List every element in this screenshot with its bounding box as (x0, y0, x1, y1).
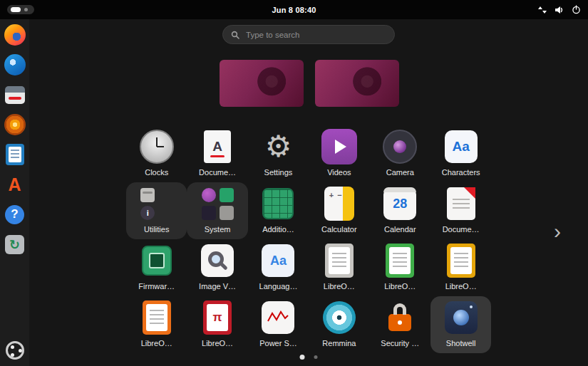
folder-label: Utilities (144, 225, 169, 234)
calendar-icon: 28 (383, 187, 416, 220)
document-editor-icon: A (204, 130, 231, 163)
app-label: Settings (264, 168, 293, 177)
app-label: Characters (442, 168, 480, 177)
videos-play-icon (321, 129, 357, 164)
image-viewer-icon (201, 244, 234, 277)
app-calendar[interactable]: 28 Calendar (370, 182, 430, 239)
libreoffice-start-icon (325, 244, 354, 278)
app-label: LibreO… (141, 339, 172, 347)
app-label: Calendar (384, 225, 416, 234)
utilities-folder-icon: i (140, 188, 172, 220)
app-label: LibreO… (445, 282, 477, 291)
app-libreoffice-start[interactable]: LibreO… (309, 239, 369, 296)
page-dot[interactable] (314, 355, 318, 359)
app-grid: Clocks A Docume… ⚙ Settings Videos Camer… (126, 125, 491, 353)
inactive-workspace-dot (24, 8, 28, 11)
app-camera[interactable]: Camera (370, 125, 430, 182)
app-document-editor[interactable]: A Docume… (187, 125, 247, 182)
magnifier-icon (208, 251, 224, 267)
app-label: Docume… (199, 168, 236, 177)
workspace-thumbnail-1[interactable] (220, 60, 304, 107)
app-label: Remmina (322, 339, 356, 347)
app-remmina[interactable]: Remmina (309, 296, 369, 353)
dock-item-help[interactable]: ? (4, 203, 26, 226)
monitor-mini-icon (220, 188, 234, 202)
active-workspace-pill (11, 7, 21, 12)
app-label: Firmwar… (138, 282, 175, 291)
app-videos[interactable]: Videos (309, 125, 369, 182)
folder-system[interactable]: System (187, 182, 247, 239)
calculator-icon: + − (324, 187, 354, 221)
app-label: Power S… (259, 339, 297, 347)
system-status-area[interactable] (538, 0, 581, 19)
firefox-icon (4, 24, 26, 46)
app-libreoffice-draw[interactable]: LibreO… (430, 239, 491, 296)
libreoffice-calc-icon (386, 244, 414, 278)
app-language-support[interactable]: Aa Languag… (248, 239, 309, 296)
search-icon (231, 31, 239, 39)
power-icon (572, 5, 581, 14)
wave-graph-icon (267, 310, 289, 325)
app-libreoffice-impress[interactable]: LibreO… (126, 296, 187, 353)
security-lock-icon (388, 314, 411, 331)
utility-mini-icon (220, 206, 234, 220)
page-indicator (300, 355, 318, 360)
thunderbird-icon (4, 54, 26, 75)
folder-label: System (205, 225, 231, 234)
help-icon: ? (5, 205, 24, 224)
files-icon (5, 86, 25, 104)
clock[interactable]: Jun 8 08:40 (272, 6, 316, 14)
dock-item-libreoffice-writer[interactable] (4, 143, 26, 166)
app-security[interactable]: Security … (370, 296, 430, 353)
app-document-scanner[interactable]: Docume… (430, 182, 491, 239)
dock-item-rhythmbox[interactable] (4, 113, 26, 136)
app-libreoffice-math[interactable]: π LibreO… (187, 296, 247, 353)
app-label: Camera (386, 168, 414, 177)
firmware-icon (142, 246, 172, 276)
app-clocks[interactable]: Clocks (126, 125, 187, 182)
dock-item-thunderbird[interactable] (4, 53, 26, 76)
volume-icon (555, 6, 564, 14)
tweaks-mini-icon (202, 188, 216, 202)
app-label: Shotwell (446, 339, 476, 347)
app-label: Image V… (199, 282, 236, 291)
page-dot-active[interactable] (300, 355, 305, 360)
shotwell-icon (445, 301, 478, 334)
libreoffice-draw-icon (447, 244, 475, 278)
app-power-statistics[interactable]: Power S… (248, 296, 309, 353)
dock-item-software-updater[interactable]: ↻ (4, 233, 26, 256)
app-label: Calculator (321, 225, 357, 234)
characters-icon: Aa (445, 130, 478, 163)
app-firmware[interactable]: Firmwar… (126, 239, 187, 296)
app-label: LibreO… (202, 339, 233, 347)
workspace-thumbnail-2[interactable] (315, 60, 399, 107)
app-additional-drivers[interactable]: Additio… (248, 182, 309, 239)
network-icon (538, 6, 547, 14)
app-characters[interactable]: Aa Characters (430, 125, 491, 182)
app-calculator[interactable]: + − Calculator (309, 182, 369, 239)
power-statistics-icon (262, 301, 294, 334)
dock-item-firefox[interactable] (4, 23, 26, 46)
workspace-indicator[interactable] (7, 5, 34, 14)
app-shotwell[interactable]: Shotwell (430, 296, 491, 353)
dock-item-files[interactable] (4, 83, 26, 106)
app-image-viewer[interactable]: Image V… (187, 239, 247, 296)
ubuntu-logo-icon (6, 341, 24, 360)
remmina-icon (323, 301, 356, 334)
app-libreoffice-calc[interactable]: LibreO… (370, 239, 430, 296)
app-settings[interactable]: ⚙ Settings (248, 125, 309, 182)
app-label: Additio… (262, 225, 294, 234)
app-label: Clocks (145, 168, 168, 177)
libreoffice-impress-icon (143, 300, 171, 335)
show-apps-button[interactable] (4, 339, 26, 362)
calendar-day: 28 (393, 197, 407, 211)
next-page-chevron[interactable]: › (554, 221, 561, 242)
language-support-icon: Aa (262, 244, 294, 277)
app-center-icon: A (8, 176, 21, 194)
search-bar[interactable] (222, 25, 395, 44)
app-label: Videos (327, 168, 351, 177)
folder-utilities[interactable]: i Utilities (126, 182, 187, 239)
dock-item-app-center[interactable]: A (4, 173, 26, 196)
rhythmbox-icon (4, 114, 26, 135)
search-input[interactable] (244, 30, 386, 40)
